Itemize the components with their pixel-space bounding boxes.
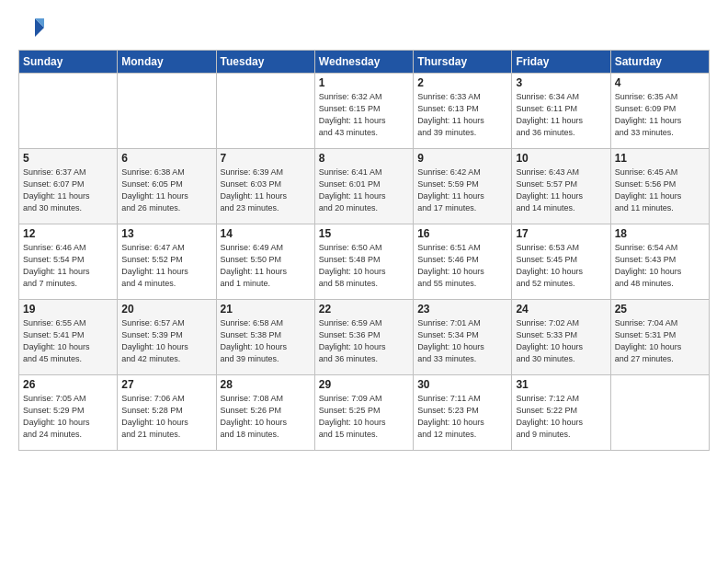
day-detail: Sunrise: 6:55 AM Sunset: 5:41 PM Dayligh… — [23, 317, 113, 365]
day-number: 3 — [516, 76, 606, 89]
calendar-cell: 10Sunrise: 6:43 AM Sunset: 5:57 PM Dayli… — [512, 149, 610, 224]
day-detail: Sunrise: 6:42 AM Sunset: 5:59 PM Dayligh… — [417, 167, 507, 214]
calendar-cell: 23Sunrise: 7:01 AM Sunset: 5:34 PM Dayli… — [414, 300, 512, 375]
calendar-cell: 9Sunrise: 6:42 AM Sunset: 5:59 PM Daylig… — [414, 149, 512, 224]
day-detail: Sunrise: 6:34 AM Sunset: 6:11 PM Dayligh… — [516, 91, 606, 139]
calendar-cell: 22Sunrise: 6:59 AM Sunset: 5:36 PM Dayli… — [314, 300, 413, 375]
day-detail: Sunrise: 6:45 AM Sunset: 5:56 PM Dayligh… — [615, 167, 705, 214]
calendar-table: SundayMondayTuesdayWednesdayThursdayFrid… — [18, 50, 710, 451]
calendar-cell: 17Sunrise: 6:53 AM Sunset: 5:45 PM Dayli… — [512, 224, 610, 300]
day-header-saturday: Saturday — [610, 51, 709, 74]
calendar-cell: 8Sunrise: 6:41 AM Sunset: 6:01 PM Daylig… — [314, 149, 413, 224]
day-number: 10 — [516, 152, 606, 165]
day-number: 24 — [516, 303, 606, 316]
day-number: 4 — [615, 76, 705, 89]
week-row-1: 1Sunrise: 6:32 AM Sunset: 6:15 PM Daylig… — [19, 74, 710, 149]
calendar-cell: 16Sunrise: 6:51 AM Sunset: 5:46 PM Dayli… — [414, 224, 512, 300]
logo-icon — [18, 15, 44, 40]
day-number: 17 — [516, 227, 606, 240]
day-number: 20 — [121, 303, 211, 316]
calendar-cell: 11Sunrise: 6:45 AM Sunset: 5:56 PM Dayli… — [610, 149, 709, 224]
day-detail: Sunrise: 6:54 AM Sunset: 5:43 PM Dayligh… — [615, 242, 705, 290]
calendar-cell: 21Sunrise: 6:58 AM Sunset: 5:38 PM Dayli… — [216, 300, 314, 375]
day-number: 16 — [417, 227, 507, 240]
day-header-thursday: Thursday — [414, 51, 512, 74]
calendar-cell — [610, 375, 709, 451]
calendar-cell: 29Sunrise: 7:09 AM Sunset: 5:25 PM Dayli… — [314, 375, 413, 451]
calendar-cell — [118, 74, 216, 149]
calendar-cell: 12Sunrise: 6:46 AM Sunset: 5:54 PM Dayli… — [19, 224, 118, 300]
day-detail: Sunrise: 6:50 AM Sunset: 5:48 PM Dayligh… — [319, 242, 409, 290]
day-detail: Sunrise: 6:37 AM Sunset: 6:07 PM Dayligh… — [23, 167, 113, 214]
day-number: 2 — [417, 76, 507, 89]
calendar-page: SundayMondayTuesdayWednesdayThursdayFrid… — [0, 0, 728, 563]
day-detail: Sunrise: 6:43 AM Sunset: 5:57 PM Dayligh… — [516, 167, 606, 214]
calendar-cell: 14Sunrise: 6:49 AM Sunset: 5:50 PM Dayli… — [216, 224, 314, 300]
week-row-2: 5Sunrise: 6:37 AM Sunset: 6:07 PM Daylig… — [19, 149, 710, 224]
calendar-cell: 31Sunrise: 7:12 AM Sunset: 5:22 PM Dayli… — [512, 375, 610, 451]
calendar-cell: 25Sunrise: 7:04 AM Sunset: 5:31 PM Dayli… — [610, 300, 709, 375]
day-number: 6 — [121, 152, 211, 165]
day-number: 13 — [121, 227, 211, 240]
calendar-cell: 13Sunrise: 6:47 AM Sunset: 5:52 PM Dayli… — [118, 224, 216, 300]
day-number: 22 — [319, 303, 409, 316]
day-number: 21 — [221, 303, 311, 316]
day-detail: Sunrise: 6:58 AM Sunset: 5:38 PM Dayligh… — [221, 317, 311, 365]
day-detail: Sunrise: 6:53 AM Sunset: 5:45 PM Dayligh… — [516, 242, 606, 290]
week-row-3: 12Sunrise: 6:46 AM Sunset: 5:54 PM Dayli… — [19, 224, 710, 300]
calendar-cell: 1Sunrise: 6:32 AM Sunset: 6:15 PM Daylig… — [314, 74, 413, 149]
day-number: 14 — [221, 227, 311, 240]
day-number: 29 — [319, 378, 409, 391]
day-detail: Sunrise: 6:35 AM Sunset: 6:09 PM Dayligh… — [615, 91, 705, 139]
day-number: 23 — [417, 303, 507, 316]
calendar-cell: 15Sunrise: 6:50 AM Sunset: 5:48 PM Dayli… — [314, 224, 413, 300]
week-row-4: 19Sunrise: 6:55 AM Sunset: 5:41 PM Dayli… — [19, 300, 710, 375]
calendar-cell — [216, 74, 314, 149]
header — [18, 15, 710, 40]
day-detail: Sunrise: 6:51 AM Sunset: 5:46 PM Dayligh… — [417, 242, 507, 290]
week-row-5: 26Sunrise: 7:05 AM Sunset: 5:29 PM Dayli… — [19, 375, 710, 451]
day-number: 15 — [319, 227, 409, 240]
day-detail: Sunrise: 6:47 AM Sunset: 5:52 PM Dayligh… — [121, 242, 211, 290]
day-detail: Sunrise: 7:09 AM Sunset: 5:25 PM Dayligh… — [319, 393, 409, 441]
day-header-wednesday: Wednesday — [314, 51, 413, 74]
day-detail: Sunrise: 7:01 AM Sunset: 5:34 PM Dayligh… — [417, 317, 507, 365]
calendar-cell: 27Sunrise: 7:06 AM Sunset: 5:28 PM Dayli… — [118, 375, 216, 451]
day-detail: Sunrise: 7:12 AM Sunset: 5:22 PM Dayligh… — [516, 393, 606, 441]
calendar-cell: 30Sunrise: 7:11 AM Sunset: 5:23 PM Dayli… — [414, 375, 512, 451]
calendar-cell — [19, 74, 118, 149]
day-number: 31 — [516, 378, 606, 391]
calendar-cell: 7Sunrise: 6:39 AM Sunset: 6:03 PM Daylig… — [216, 149, 314, 224]
day-detail: Sunrise: 7:02 AM Sunset: 5:33 PM Dayligh… — [516, 317, 606, 365]
calendar-cell: 3Sunrise: 6:34 AM Sunset: 6:11 PM Daylig… — [512, 74, 610, 149]
day-detail: Sunrise: 7:11 AM Sunset: 5:23 PM Dayligh… — [417, 393, 507, 441]
day-header-friday: Friday — [512, 51, 610, 74]
day-number: 28 — [221, 378, 311, 391]
calendar-cell: 24Sunrise: 7:02 AM Sunset: 5:33 PM Dayli… — [512, 300, 610, 375]
day-detail: Sunrise: 6:59 AM Sunset: 5:36 PM Dayligh… — [319, 317, 409, 365]
day-number: 30 — [417, 378, 507, 391]
calendar-cell: 26Sunrise: 7:05 AM Sunset: 5:29 PM Dayli… — [19, 375, 118, 451]
calendar-cell: 5Sunrise: 6:37 AM Sunset: 6:07 PM Daylig… — [19, 149, 118, 224]
day-number: 5 — [23, 152, 113, 165]
day-header-sunday: Sunday — [19, 51, 118, 74]
day-detail: Sunrise: 7:04 AM Sunset: 5:31 PM Dayligh… — [615, 317, 705, 365]
day-detail: Sunrise: 7:08 AM Sunset: 5:26 PM Dayligh… — [221, 393, 311, 441]
logo — [18, 15, 48, 40]
calendar-cell: 20Sunrise: 6:57 AM Sunset: 5:39 PM Dayli… — [118, 300, 216, 375]
day-detail: Sunrise: 6:57 AM Sunset: 5:39 PM Dayligh… — [121, 317, 211, 365]
day-number: 27 — [121, 378, 211, 391]
day-number: 11 — [615, 152, 705, 165]
day-detail: Sunrise: 7:06 AM Sunset: 5:28 PM Dayligh… — [121, 393, 211, 441]
day-detail: Sunrise: 6:39 AM Sunset: 6:03 PM Dayligh… — [221, 167, 311, 214]
calendar-cell: 18Sunrise: 6:54 AM Sunset: 5:43 PM Dayli… — [610, 224, 709, 300]
calendar-cell: 19Sunrise: 6:55 AM Sunset: 5:41 PM Dayli… — [19, 300, 118, 375]
day-header-tuesday: Tuesday — [216, 51, 314, 74]
day-detail: Sunrise: 6:49 AM Sunset: 5:50 PM Dayligh… — [221, 242, 311, 290]
day-detail: Sunrise: 6:38 AM Sunset: 6:05 PM Dayligh… — [121, 167, 211, 214]
day-number: 12 — [23, 227, 113, 240]
day-detail: Sunrise: 6:32 AM Sunset: 6:15 PM Dayligh… — [319, 91, 409, 139]
day-number: 25 — [615, 303, 705, 316]
day-number: 9 — [417, 152, 507, 165]
day-detail: Sunrise: 6:46 AM Sunset: 5:54 PM Dayligh… — [23, 242, 113, 290]
